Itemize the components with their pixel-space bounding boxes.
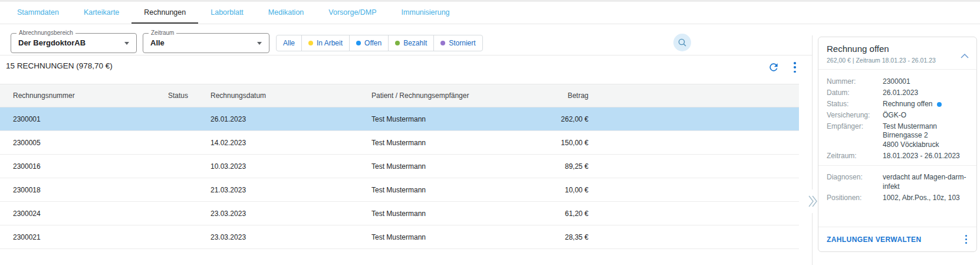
- detail-field: Status: Rechnung offen: [827, 100, 968, 109]
- panel-divider: [812, 35, 813, 265]
- patient-tab-bar: Stammdaten Karteikarte Rechnungen Laborb…: [0, 2, 980, 24]
- status-dot-icon: [356, 41, 361, 45]
- double-chevron-right-icon: [807, 195, 818, 208]
- status-dot-icon: [440, 41, 445, 45]
- status-dot-icon: [937, 102, 942, 107]
- collapse-card-button[interactable]: [961, 50, 969, 61]
- search-icon: [678, 38, 687, 47]
- refresh-button[interactable]: [768, 61, 780, 73]
- detail-field: Empfänger: Test Mustermann Birnengasse 2…: [827, 122, 968, 150]
- status-dot-icon: [395, 41, 400, 45]
- detail-subtitle: 262,00 € | Zeitraum 18.01.23 - 26.01.23: [827, 57, 968, 64]
- search-button[interactable]: [673, 34, 691, 51]
- chevron-up-icon: [961, 54, 969, 58]
- column-header: Betrag: [506, 91, 588, 100]
- refresh-icon: [768, 61, 780, 73]
- tab-laborblatt[interactable]: Laborblatt: [198, 2, 256, 24]
- status-filter-chip-bezahlt[interactable]: Bezahlt: [389, 35, 434, 51]
- tab-medikation[interactable]: Medikation: [256, 2, 316, 24]
- detail-field: Zeitraum: 18.01.2023 - 26.01.2023: [827, 152, 968, 161]
- invoice-detail-card: Rechnung offen 262,00 € | Zeitraum 18.01…: [818, 37, 977, 252]
- invoice-count-label: 15 RECHNUNGEN (978,70 €): [6, 61, 113, 70]
- detail-field: Versicherung: ÖGK-O: [827, 111, 968, 120]
- abrechnungsbereich-select[interactable]: Abrechnungsbereich Der BergdoktorAB: [11, 33, 137, 53]
- status-filter-chip-in-arbeit[interactable]: In Arbeit: [302, 35, 350, 51]
- detail-field: Datum: 26.01.2023: [827, 89, 968, 98]
- table-row[interactable]: 2300001 26.01.2023 Test Mustermann 262,0…: [0, 107, 799, 131]
- tab-immunisierung[interactable]: Immunisierung: [389, 2, 462, 24]
- table-row[interactable]: 2300005 14.02.2023 Test Mustermann 150,0…: [0, 131, 799, 155]
- status-filter-chip-storniert[interactable]: Storniert: [434, 35, 482, 51]
- table-row[interactable]: 2300016 10.03.2023 Test Mustermann 89,25…: [0, 155, 799, 178]
- column-header: Rechnungsdatum: [211, 91, 371, 100]
- table-row[interactable]: 2300018 21.03.2023 Test Mustermann 10,00…: [0, 178, 799, 202]
- card-more-menu-button[interactable]: [963, 235, 968, 244]
- detail-field: Nummer: 2300001: [827, 77, 968, 87]
- table-row[interactable]: 2300024 23.03.2023 Test Mustermann 61,20…: [0, 202, 799, 225]
- table-header-row: Rechnungsnummer Status Rechnungsdatum Pa…: [0, 84, 799, 107]
- tab-rechnungen[interactable]: Rechnungen: [131, 2, 198, 24]
- column-header: Rechnungsnummer: [0, 91, 168, 100]
- chevron-down-icon: [257, 42, 262, 45]
- status-filter-group: Alle In Arbeit Offen Bezahlt Storniert: [276, 35, 483, 51]
- invoice-table: Rechnungsnummer Status Rechnungsdatum Pa…: [0, 84, 799, 249]
- filter-divider: [0, 55, 812, 55]
- select-label: Zeitraum: [149, 30, 176, 37]
- status-dot-icon: [308, 41, 313, 45]
- chevron-down-icon: [124, 42, 129, 45]
- tab-karteikarte[interactable]: Karteikarte: [71, 2, 131, 24]
- list-more-menu-button[interactable]: [792, 62, 798, 73]
- manage-payments-button[interactable]: ZAHLUNGEN VERWALTEN: [827, 235, 922, 244]
- column-header: Status: [168, 91, 211, 100]
- table-row[interactable]: 2300021 23.03.2023 Test Mustermann 28,35…: [0, 225, 799, 249]
- detail-field: Positionen: 1002, Abr.Pos., 10z, 103: [827, 194, 968, 203]
- tab-stammdaten[interactable]: Stammdaten: [5, 2, 71, 24]
- column-header: Patient / Rechnungsempfänger: [371, 91, 506, 100]
- zeitraum-select[interactable]: Zeitraum Alle: [143, 33, 269, 53]
- tab-vorsorge-dmp[interactable]: Vorsorge/DMP: [316, 2, 389, 24]
- detail-title: Rechnung offen: [827, 44, 968, 54]
- select-label: Abrechnungsbereich: [17, 30, 75, 37]
- status-filter-chip-alle[interactable]: Alle: [277, 35, 302, 51]
- detail-field: Diagnosen: verdacht auf Magen-darm-infek…: [827, 173, 968, 191]
- status-filter-chip-offen[interactable]: Offen: [350, 35, 389, 51]
